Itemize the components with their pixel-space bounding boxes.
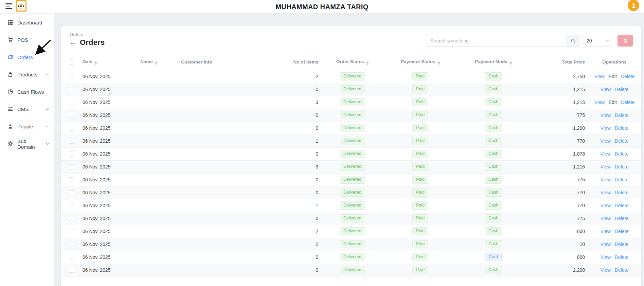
app-logo[interactable]: AALA store	[16, 0, 26, 12]
sidebar-item-sub-domain[interactable]: Sub Domain	[0, 135, 54, 153]
row-checkbox[interactable]	[69, 255, 74, 260]
search-input[interactable]	[426, 35, 566, 47]
edit-link[interactable]: Edit	[609, 74, 617, 79]
delete-link[interactable]: Delete	[615, 203, 628, 208]
cell-payment-mode: Cash	[457, 147, 530, 160]
column-header-name[interactable]: Name	[138, 54, 178, 70]
row-checkbox[interactable]	[69, 87, 74, 92]
sort-icon[interactable]	[438, 61, 440, 65]
row-checkbox[interactable]	[69, 216, 74, 221]
delete-link[interactable]: Delete	[615, 138, 628, 144]
status-badge: Cash	[485, 137, 502, 145]
sidebar-item-orders[interactable]: Orders	[0, 49, 54, 66]
bulk-delete-button[interactable]	[618, 35, 633, 47]
cell-payment-status: Paid	[384, 186, 457, 199]
row-checkbox[interactable]	[69, 203, 74, 208]
delete-link[interactable]: Delete	[615, 87, 628, 92]
row-checkbox[interactable]	[69, 268, 74, 273]
delete-link[interactable]: Delete	[615, 267, 628, 273]
delete-link[interactable]: Delete	[621, 100, 634, 105]
delete-link[interactable]: Delete	[615, 190, 628, 195]
row-checkbox[interactable]	[69, 113, 74, 118]
view-link[interactable]: View	[601, 216, 611, 221]
view-link[interactable]: View	[601, 151, 611, 157]
page-size-select[interactable]: 20	[583, 35, 613, 47]
cell-date: 06 Nov, 2025	[80, 264, 138, 276]
page-heading-block: Orders ← Orders	[70, 32, 105, 47]
view-link[interactable]: View	[601, 190, 611, 195]
status-badge: Cash	[485, 240, 502, 249]
delete-link[interactable]: Delete	[615, 216, 628, 221]
row-checkbox[interactable]	[69, 139, 74, 144]
view-link[interactable]: View	[601, 203, 611, 208]
back-arrow-icon[interactable]: ←	[70, 39, 76, 46]
view-link[interactable]: View	[601, 254, 611, 260]
column-header-date[interactable]: Date	[80, 54, 138, 70]
row-checkbox[interactable]	[69, 177, 74, 182]
row-checkbox[interactable]	[69, 190, 74, 195]
cell-payment-mode: Cash	[457, 83, 530, 96]
row-checkbox[interactable]	[69, 74, 74, 79]
view-link[interactable]: View	[601, 164, 611, 169]
view-link[interactable]: View	[601, 138, 611, 144]
row-checkbox[interactable]	[69, 164, 74, 169]
view-link[interactable]: View	[601, 267, 611, 273]
column-header-payment-mode[interactable]: Payment Mode	[457, 54, 530, 70]
column-label: Date	[83, 59, 92, 64]
cell-payment-mode: Card	[457, 251, 530, 264]
sidebar-item-pos[interactable]: POS	[0, 31, 54, 49]
sidebar-item-dashboard[interactable]: Dashboard	[0, 14, 54, 31]
cell-operations: ViewDelete	[588, 264, 641, 276]
search-icon[interactable]	[566, 35, 580, 47]
row-checkbox[interactable]	[69, 126, 74, 131]
sort-icon[interactable]	[155, 61, 157, 65]
table-row: 06 Nov, 20253DeliveredPaidCash1,215ViewE…	[61, 96, 641, 109]
row-checkbox[interactable]	[69, 100, 74, 105]
user-icon[interactable]	[628, 0, 639, 11]
edit-link[interactable]: Edit	[609, 100, 617, 105]
view-link[interactable]: View	[601, 125, 611, 131]
sort-icon[interactable]	[510, 61, 512, 65]
sort-icon[interactable]	[366, 61, 369, 65]
select-all-checkbox[interactable]	[69, 59, 74, 65]
sidebar-item-products[interactable]: Products	[0, 66, 54, 83]
delete-link[interactable]: Delete	[615, 125, 628, 131]
row-checkbox[interactable]	[69, 151, 74, 157]
cell-total-price: 1,215	[530, 96, 588, 109]
status-badge: Delivered	[340, 253, 365, 262]
delete-link[interactable]: Delete	[615, 242, 628, 247]
cell-customer-info	[178, 173, 290, 186]
sidebar-item-people[interactable]: People	[0, 118, 54, 135]
delete-link[interactable]: Delete	[615, 164, 628, 169]
cell-operations: ViewDelete	[588, 212, 641, 225]
row-checkbox[interactable]	[69, 242, 74, 247]
cell-order-status: Delivered	[321, 251, 384, 264]
row-checkbox[interactable]	[69, 229, 74, 234]
status-badge: Delivered	[340, 240, 365, 249]
sort-icon[interactable]	[95, 61, 97, 65]
delete-link[interactable]: Delete	[615, 177, 628, 182]
delete-link[interactable]: Delete	[615, 229, 628, 234]
view-link[interactable]: View	[601, 112, 611, 118]
sidebar-item-cash-flows[interactable]: Cash Flows	[0, 83, 54, 101]
cell-no-of-items: 3	[290, 96, 321, 109]
sidebar-item-cms[interactable]: CMS	[0, 101, 54, 118]
cell-date: 06 Nov, 2025	[80, 83, 138, 96]
delete-link[interactable]: Delete	[621, 74, 634, 79]
hamburger-icon[interactable]	[5, 3, 12, 9]
delete-link[interactable]: Delete	[615, 254, 628, 260]
delete-link[interactable]: Delete	[615, 112, 628, 118]
cell-operations: ViewEditDelete	[588, 70, 641, 83]
view-link[interactable]: View	[601, 87, 611, 92]
column-header-payment-status[interactable]: Payment Status	[384, 54, 457, 70]
column-header-order-status[interactable]: Order Status	[321, 54, 384, 70]
view-link[interactable]: View	[601, 242, 611, 247]
view-link[interactable]: View	[601, 229, 611, 234]
view-link[interactable]: View	[594, 100, 605, 105]
delete-link[interactable]: Delete	[615, 151, 628, 157]
view-link[interactable]: View	[594, 74, 605, 79]
cell-customer-info	[178, 109, 290, 122]
view-link[interactable]: View	[601, 177, 611, 182]
cell-customer-info	[178, 212, 290, 225]
table-row: 06 Nov, 20250DeliveredPaidCash1,078ViewD…	[61, 147, 641, 160]
